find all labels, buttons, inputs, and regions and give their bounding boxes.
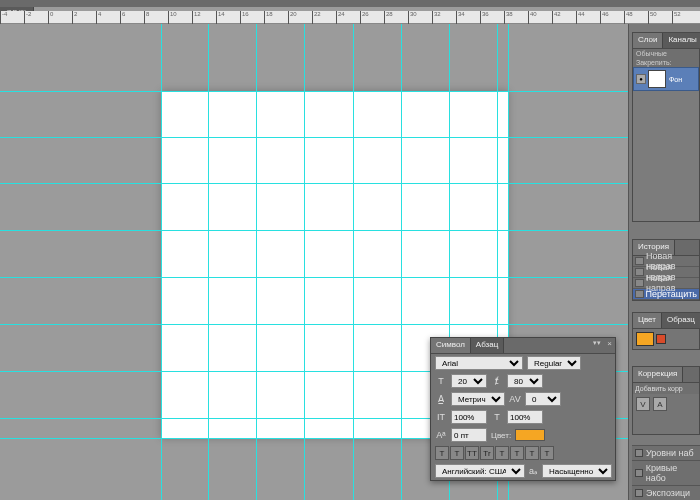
adjustments-panel: Коррекция Добавить корр V A <box>632 366 700 435</box>
tab-adjustments[interactable]: Коррекция <box>633 367 683 382</box>
preset-icon <box>635 469 643 477</box>
kerning-icon: A̲ <box>435 393 447 405</box>
preset-curves[interactable]: Кривые набо <box>632 460 700 485</box>
ruler-tick: 34 <box>456 11 480 24</box>
ruler-tick: 10 <box>168 11 192 24</box>
font-family-select[interactable]: Arial <box>435 356 523 370</box>
text-style-button[interactable]: T <box>450 446 464 460</box>
ruler-tick: 44 <box>576 11 600 24</box>
tab-color[interactable]: Цвет <box>633 313 662 328</box>
tab-swatches[interactable]: Образц <box>662 313 700 328</box>
guide-horizontal[interactable] <box>0 91 628 92</box>
ruler-tick: 50 <box>648 11 672 24</box>
tracking-icon: AV <box>509 393 521 405</box>
preset-exposure[interactable]: Экспозици <box>632 485 700 500</box>
font-style-select[interactable]: Regular <box>527 356 581 370</box>
ruler-tick: 20 <box>288 11 312 24</box>
preset-buttons: Уровни наб Кривые набо Экспозици <box>632 445 700 500</box>
tab-character[interactable]: Символ <box>431 338 471 353</box>
vscale-input[interactable] <box>451 410 487 424</box>
preset-label: Экспозици <box>646 488 690 498</box>
guide-vertical[interactable] <box>161 24 162 500</box>
history-item[interactable]: Новая направ <box>633 278 699 289</box>
leading-input[interactable]: 80 пт <box>507 374 543 388</box>
ruler-tick: 18 <box>264 11 288 24</box>
tab-paragraph[interactable]: Абзац <box>471 338 504 353</box>
visibility-icon[interactable]: ● <box>636 74 646 84</box>
layers-empty-area <box>633 91 699 221</box>
preset-label: Кривые набо <box>646 463 697 483</box>
ruler-tick: 52 <box>672 11 696 24</box>
ruler-tick: 28 <box>384 11 408 24</box>
font-size-icon: T <box>435 375 447 387</box>
ruler-tick: 0 <box>48 11 72 24</box>
history-panel: История Новая направНовая направНовая на… <box>632 239 700 301</box>
hscale-icon: T <box>491 411 503 423</box>
tracking-input[interactable]: 0 <box>525 392 561 406</box>
layer-row-background[interactable]: ● Фон <box>633 67 699 91</box>
history-icon <box>635 279 644 287</box>
guide-horizontal[interactable] <box>0 324 628 325</box>
ruler-tick: 32 <box>432 11 456 24</box>
guide-vertical[interactable] <box>208 24 209 500</box>
text-color-swatch[interactable] <box>515 429 545 441</box>
foreground-swatch[interactable] <box>636 332 654 346</box>
tab-layers[interactable]: Слои <box>633 33 663 48</box>
text-style-button[interactable]: T <box>525 446 539 460</box>
ruler-tick: 40 <box>528 11 552 24</box>
font-size-input[interactable]: 20 пт <box>451 374 487 388</box>
adjustment-icon[interactable]: V <box>636 397 650 411</box>
color-swatch-r[interactable] <box>656 334 666 344</box>
text-style-button[interactable]: TT <box>465 446 479 460</box>
baseline-input[interactable] <box>451 428 487 442</box>
text-style-button[interactable]: T <box>510 446 524 460</box>
ruler-tick: 48 <box>624 11 648 24</box>
panel-menu-icon[interactable]: ▾▾ <box>593 339 601 347</box>
ruler-tick: 36 <box>480 11 504 24</box>
layers-panel: Слои Каналы Кон Обычные Закрепить: ● Фон <box>632 32 700 222</box>
kerning-select[interactable]: Метричес <box>451 392 505 406</box>
layer-thumbnail[interactable] <box>648 70 666 88</box>
horizontal-ruler[interactable]: -4-2024681012141618202224262830323436384… <box>0 11 700 24</box>
guide-horizontal[interactable] <box>0 183 628 184</box>
preset-icon <box>635 489 643 497</box>
text-style-button[interactable]: T <box>435 446 449 460</box>
vscale-icon: IT <box>435 411 447 423</box>
ruler-tick: 46 <box>600 11 624 24</box>
ruler-tick: -4 <box>0 11 24 24</box>
text-style-button[interactable]: Tr <box>480 446 494 460</box>
guide-horizontal[interactable] <box>0 137 628 138</box>
guide-vertical[interactable] <box>256 24 257 500</box>
ruler-tick: 6 <box>120 11 144 24</box>
ruler-tick: 8 <box>144 11 168 24</box>
text-style-button[interactable]: T <box>540 446 554 460</box>
antialias-select[interactable]: Насыщенное <box>542 464 612 478</box>
guide-horizontal[interactable] <box>0 277 628 278</box>
color-label: Цвет: <box>491 431 511 440</box>
guide-horizontal[interactable] <box>0 230 628 231</box>
layer-name: Фон <box>669 76 682 83</box>
tab-channels[interactable]: Каналы <box>663 33 700 48</box>
text-style-button[interactable]: T <box>495 446 509 460</box>
preset-icon <box>635 449 643 457</box>
close-icon[interactable]: × <box>607 339 612 348</box>
ruler-tick: 30 <box>408 11 432 24</box>
history-label: Перетащить <box>646 289 697 299</box>
guide-vertical[interactable] <box>304 24 305 500</box>
guide-vertical[interactable] <box>353 24 354 500</box>
history-item[interactable]: Перетащить <box>633 289 699 300</box>
lock-label: Закрепить: <box>633 58 699 67</box>
language-select[interactable]: Английский: США <box>435 464 525 478</box>
history-icon <box>635 290 644 298</box>
baseline-icon: Aª <box>435 429 447 441</box>
adjustment-icon[interactable]: A <box>653 397 667 411</box>
history-icon <box>635 257 644 265</box>
guide-vertical[interactable] <box>401 24 402 500</box>
hscale-input[interactable] <box>507 410 543 424</box>
character-panel: Символ Абзац ▾▾ × Arial Regular T 20 пт … <box>430 337 616 481</box>
preset-levels[interactable]: Уровни наб <box>632 445 700 460</box>
ruler-tick: 38 <box>504 11 528 24</box>
blend-mode-label: Обычные <box>633 49 699 58</box>
aa-icon: aₐ <box>529 465 538 477</box>
ruler-tick: 12 <box>192 11 216 24</box>
